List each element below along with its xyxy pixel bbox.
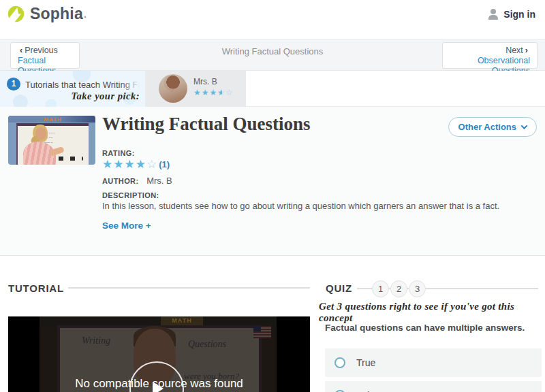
quiz-question: Factual questions can have multiple answ… [325, 323, 542, 333]
author-row: AUTHOR: Mrs. B [102, 176, 172, 186]
sophia-logo-icon [7, 5, 25, 23]
teacher-rating-stars: ★★★☆★☆ [193, 88, 234, 97]
logo-text: Sophia [30, 5, 83, 23]
tutorials-banner-intro: 1 Tutorials that teach Writing Fact Take… [0, 71, 145, 107]
next-lesson-button[interactable]: Next› Observational Questions [442, 42, 538, 69]
quiz-section-heading: QUIZ [326, 282, 352, 294]
rating-row: ★★★★☆ (1) [102, 157, 170, 172]
other-actions-label: Other Actions [458, 122, 516, 132]
tutorial-rule [68, 287, 310, 289]
tutorials-banner: 1 Tutorials that teach Writing Fact Take… [0, 71, 545, 107]
other-actions-button[interactable]: Other Actions [448, 117, 537, 137]
chevron-left-icon: ‹ [20, 46, 22, 55]
lesson-thumbnail: MATH ~ ~~ ~~~~~ ~ ~~~ ~~~ ~ [8, 116, 95, 165]
next-label: Next [505, 46, 523, 55]
rating-label: RATING: [102, 149, 135, 157]
person-icon [488, 9, 499, 20]
radio-button[interactable] [334, 357, 345, 368]
thumb-math-sign: MATH [44, 116, 62, 122]
quiz-option-false[interactable]: False [325, 381, 542, 392]
header: Sophia . Sign in [0, 0, 545, 39]
author-name: Mrs. B [146, 176, 172, 186]
video-error-message: No compatible source was found [8, 377, 310, 391]
teacher-card-mrs-b[interactable]: Mrs. B ★★★☆★☆ [145, 71, 246, 107]
chevron-right-icon: › [525, 46, 528, 55]
quiz-option-true[interactable]: True [325, 348, 542, 377]
previous-label: Previous [25, 46, 58, 55]
video-player[interactable]: MATH Writing Questions were you born? No… [8, 316, 310, 392]
quiz-step-1: 1 [372, 280, 389, 297]
lesson-navbar: Writing Factual Questions ‹Previous Fact… [0, 39, 545, 71]
tutorial-count-badge: 1 [7, 78, 20, 91]
rating-stars: ★★★★☆ [102, 157, 157, 172]
option-label: True [356, 357, 375, 368]
logo-dot: . [84, 9, 87, 20]
lesson-hero: MATH ~ ~~ ~~~~~ ~ ~~~ ~~~ ~ Writing Fact… [0, 107, 545, 256]
banner-tagline: Take your pick: [72, 91, 140, 102]
rating-count[interactable]: (1) [159, 159, 170, 169]
sign-in-label: Sign in [503, 9, 535, 20]
page: Sophia . Sign in Writing Factual Questio… [0, 0, 545, 392]
page-title: Writing Factual Questions [102, 114, 311, 135]
teacher-name: Mrs. B [193, 77, 217, 86]
see-more-link[interactable]: See More + [102, 220, 151, 231]
previous-lesson-button[interactable]: ‹Previous Factual Questions [10, 42, 80, 69]
chevron-down-icon [521, 122, 528, 129]
quiz-subtitle: Get 3 questions right to see if you've g… [319, 301, 544, 324]
teacher-avatar [159, 74, 187, 103]
quiz-step-3: 3 [409, 280, 426, 297]
description-label: DESCRIPTION: [102, 191, 159, 199]
quiz-step-2: 2 [390, 280, 407, 297]
description-text: In this lesson, students see how to go a… [102, 200, 525, 212]
author-label: AUTHOR: [102, 177, 139, 185]
sign-in-button[interactable]: Sign in [488, 9, 535, 20]
sophia-logo[interactable]: Sophia . [7, 5, 87, 23]
tutorial-section-heading: TUTORIAL [8, 282, 64, 294]
